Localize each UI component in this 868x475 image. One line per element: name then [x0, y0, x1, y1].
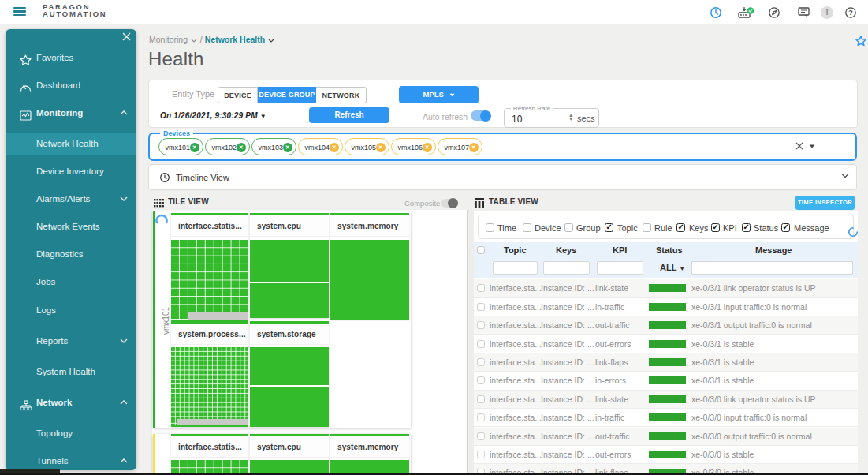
svg-text:?: ?: [848, 9, 853, 17]
